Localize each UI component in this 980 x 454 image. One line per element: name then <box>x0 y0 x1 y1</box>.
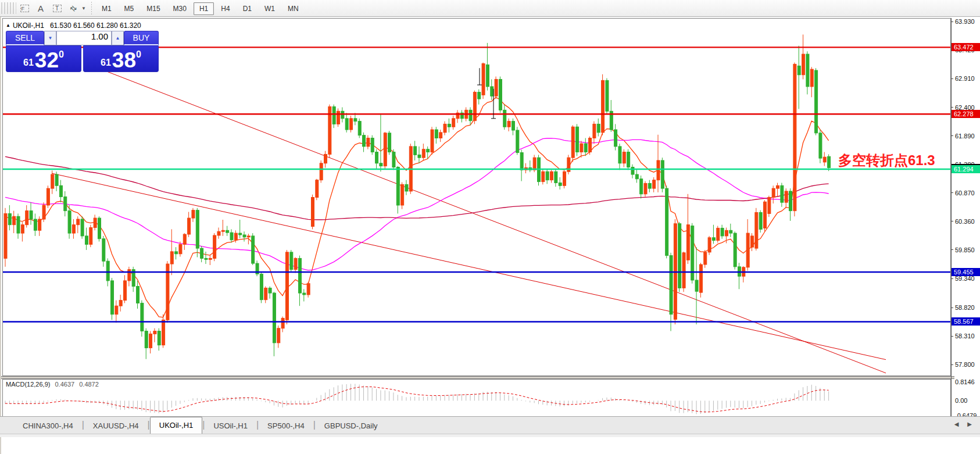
sell-price-prefix: 61 <box>23 58 34 68</box>
tab-scroll-arrows: ◀ ▶ <box>947 421 972 427</box>
chart-tab-bar: CHINA300-,H4|XAUUSD-,H4|UKOil-,H1|USOil-… <box>0 416 980 434</box>
tab-usoil-h1[interactable]: USOil-,H1 <box>205 419 256 434</box>
y-axis-tick-mark <box>951 22 953 22</box>
tab-sp500-h4[interactable]: SP500-,H4 <box>259 419 313 434</box>
buy-button[interactable]: BUY <box>124 31 159 45</box>
y-axis-tick: 57.800 <box>955 361 975 368</box>
macd-border <box>3 380 951 420</box>
text-label-icon[interactable]: A <box>33 2 48 15</box>
frame-tool-icon[interactable]: F <box>17 2 32 15</box>
y-axis-tick: 62.910 <box>955 75 975 82</box>
status-strip <box>0 434 980 437</box>
macd-chart-canvas[interactable] <box>2 379 951 420</box>
buy-price-pip: 0 <box>136 49 141 60</box>
macd-title: MACD(12,26,9) <box>6 381 50 388</box>
y-axis-tick-mark <box>951 308 953 308</box>
toolbar-grip[interactable] <box>1 2 16 14</box>
macd-histogram <box>5 384 829 414</box>
y-axis-tick: 58.820 <box>955 304 975 311</box>
chevron-down-icon[interactable]: ▼ <box>81 6 86 11</box>
trade-panel: SELL ▼ 1.00 ▲ BUY 61 32 0 61 38 0 <box>6 31 159 72</box>
timeframe-group: M1M5M15M30H1H4D1W1MN <box>95 3 305 13</box>
timeframe-button-m1[interactable]: M1 <box>96 2 117 15</box>
level-price-tag: 61.294 <box>952 165 980 173</box>
timeframe-button-m5[interactable]: M5 <box>119 2 140 15</box>
tab-gbpusd-daily[interactable]: GBPUSD-,Daily <box>316 419 387 434</box>
symbol-header: ▲UKOil-,H161.530 61.560 61.280 61.320 <box>6 22 141 30</box>
timeframe-button-m30[interactable]: M30 <box>167 2 192 15</box>
draw-tools-icon[interactable]: ⇄ <box>66 2 81 15</box>
timeframe-button-w1[interactable]: W1 <box>259 2 281 15</box>
sell-price-pip: 0 <box>59 49 64 60</box>
macd-value-main: 0.4637 <box>55 381 74 388</box>
candles <box>4 34 831 359</box>
timeframe-button-mn[interactable]: MN <box>282 2 305 15</box>
y-axis-tick: 61.890 <box>955 133 975 140</box>
y-axis-tick-mark <box>951 135 953 136</box>
y-axis-tick-mark <box>951 78 953 79</box>
toolbar-separator <box>91 2 92 15</box>
timeframe-button-h1[interactable]: H1 <box>194 2 214 15</box>
tab-scroll-left-icon[interactable]: ◀ <box>954 421 959 427</box>
chart-annotation-text: 多空转折点61.3 <box>838 151 935 170</box>
level-price-tag: 59.455 <box>952 268 980 276</box>
macd-indicator-label: MACD(12,26,9) 0.4637 0.4872 <box>6 381 102 388</box>
y-axis-tick: 60.870 <box>955 190 975 196</box>
macd-axis-tick: 0.00 <box>955 397 967 404</box>
buy-price-main: 38 <box>112 52 136 69</box>
symbol-ohlc-values: 61.530 61.560 61.280 61.320 <box>50 22 141 30</box>
chart-window: ▲UKOil-,H161.530 61.560 61.280 61.320 SE… <box>0 17 980 454</box>
level-price-tag: 58.567 <box>952 317 980 326</box>
macd-value-signal: 0.4872 <box>79 381 99 388</box>
symbol-collapse-icon[interactable]: ▲ <box>6 23 10 28</box>
sell-price-main: 32 <box>35 52 59 69</box>
tab-xauusd-h4[interactable]: XAUUSD-,H4 <box>84 419 148 434</box>
tab-china300-h4[interactable]: CHINA300-,H4 <box>14 419 82 434</box>
volume-decrease-button[interactable]: ▼ <box>44 31 56 45</box>
trend-line <box>52 173 886 359</box>
tab-scroll-right-icon[interactable]: ▶ <box>967 421 972 427</box>
y-axis-tick-mark <box>951 107 953 108</box>
y-axis-tick-mark <box>951 364 953 365</box>
timeframe-button-m15[interactable]: M15 <box>141 2 166 15</box>
y-axis-tick-mark <box>951 278 953 279</box>
y-axis-tick-mark <box>951 336 953 337</box>
symbol-name: UKOil-,H1 <box>13 22 44 30</box>
volume-increase-button[interactable]: ▲ <box>112 31 124 45</box>
y-axis-tick: 58.310 <box>955 333 975 339</box>
sell-price-button[interactable]: 61 32 0 <box>6 45 81 72</box>
toolbar: F A T ⇄ ▼ M1M5M15M30H1H4D1W1MN <box>0 0 980 17</box>
y-axis-tick-mark <box>951 249 953 250</box>
volume-input[interactable]: 1.00 <box>56 31 112 45</box>
text-box-icon[interactable]: T <box>49 2 65 15</box>
sell-button[interactable]: SELL <box>6 31 44 45</box>
buy-price-button[interactable]: 61 38 0 <box>83 45 159 72</box>
level-price-tag: 63.472 <box>952 43 980 51</box>
level-price-tag: 62.278 <box>952 110 980 118</box>
y-axis-tick: 59.850 <box>955 246 975 253</box>
y-axis-tick: 60.360 <box>955 218 975 225</box>
timeframe-button-d1[interactable]: D1 <box>237 2 257 15</box>
macd-axis-tick: 0.8146 <box>955 378 975 385</box>
tab-ukoil-h1[interactable]: UKOil-,H1 <box>150 417 203 434</box>
timeframe-button-h4[interactable]: H4 <box>215 2 235 15</box>
buy-price-prefix: 61 <box>101 58 111 68</box>
y-axis-tick: 63.930 <box>955 18 975 25</box>
y-axis-tick-mark <box>951 221 953 221</box>
y-axis-tick-mark <box>951 192 953 193</box>
